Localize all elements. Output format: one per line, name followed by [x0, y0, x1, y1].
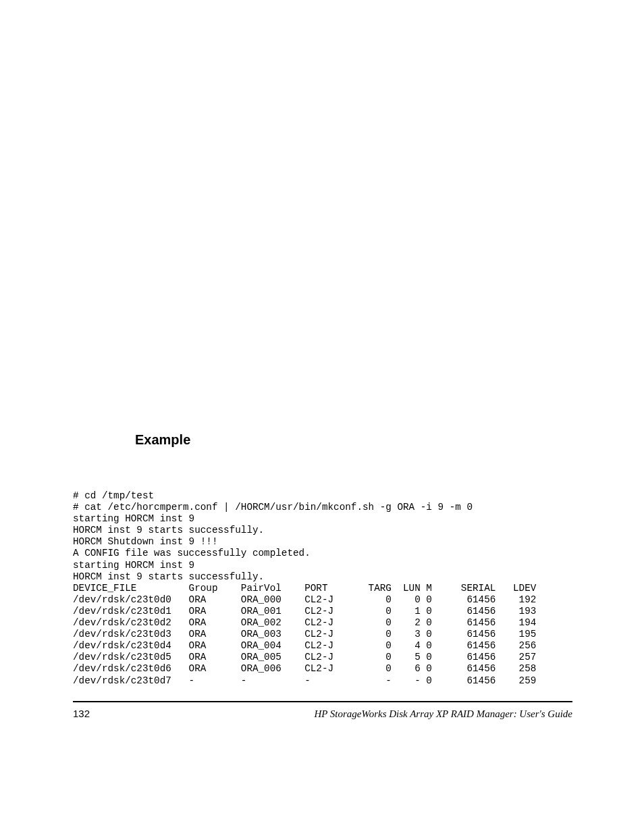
page: Example # cd /tmp/test # cat /etc/horcmp… — [0, 0, 644, 834]
page-footer: 132 HP StorageWorks Disk Array XP RAID M… — [73, 708, 572, 720]
code-block: # cd /tmp/test # cat /etc/horcmperm.conf… — [73, 490, 536, 687]
footer-title: HP StorageWorks Disk Array XP RAID Manag… — [314, 708, 572, 720]
footer-rule — [73, 701, 572, 702]
example-heading: Example — [135, 432, 190, 448]
page-number: 132 — [73, 708, 90, 719]
